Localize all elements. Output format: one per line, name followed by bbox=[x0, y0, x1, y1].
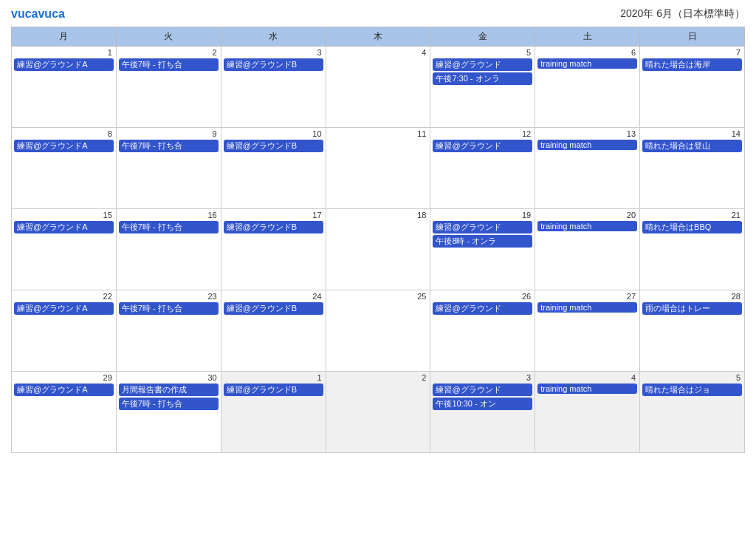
calendar-table: 月火水木金土日 1練習@グラウンドA2午後7時 - 打ち合3練習@グラウンドB4… bbox=[11, 27, 745, 453]
day-number: 29 bbox=[14, 373, 114, 382]
day-cell-1-2[interactable]: 10練習@グラウンドB bbox=[221, 128, 326, 209]
day-number: 22 bbox=[14, 292, 114, 301]
event-badge[interactable]: 練習@グラウンドB bbox=[224, 221, 323, 234]
event-badge[interactable]: 練習@グラウンド bbox=[433, 384, 532, 396]
day-cell-2-0[interactable]: 15練習@グラウンドA bbox=[12, 209, 117, 290]
event-badge[interactable]: 練習@グラウンドA bbox=[14, 140, 114, 152]
day-cell-0-2[interactable]: 3練習@グラウンドB bbox=[221, 47, 326, 128]
day-cell-2-6[interactable]: 21晴れた場合はBBQ bbox=[640, 209, 745, 290]
day-cell-3-3[interactable]: 25 bbox=[326, 290, 430, 372]
day-cell-0-3[interactable]: 4 bbox=[326, 47, 430, 128]
day-cell-1-5[interactable]: 13training match bbox=[535, 128, 640, 209]
day-number: 26 bbox=[433, 292, 532, 301]
event-badge[interactable]: 午後10:30 - オン bbox=[433, 398, 532, 410]
day-cell-3-0[interactable]: 22練習@グラウンドA bbox=[12, 290, 117, 372]
day-cell-4-3[interactable]: 2 bbox=[326, 372, 430, 453]
day-cell-3-5[interactable]: 27training match bbox=[535, 290, 640, 372]
event-badge[interactable]: 練習@グラウンド bbox=[433, 140, 532, 152]
event-badge[interactable]: 午後7時 - 打ち合 bbox=[119, 58, 219, 71]
day-number: 24 bbox=[224, 292, 323, 301]
day-number: 27 bbox=[537, 292, 637, 301]
day-cell-1-1[interactable]: 9午後7時 - 打ち合 bbox=[116, 128, 221, 209]
event-badge[interactable]: 晴れた場合は海岸 bbox=[642, 58, 742, 71]
day-cell-0-4[interactable]: 5練習@グラウンド午後7:30 - オンラ bbox=[430, 47, 535, 128]
day-cell-3-4[interactable]: 26練習@グラウンド bbox=[430, 290, 535, 372]
event-badge[interactable]: training match bbox=[537, 58, 637, 69]
day-cell-0-0[interactable]: 1練習@グラウンドA bbox=[12, 47, 117, 128]
day-cell-2-5[interactable]: 20training match bbox=[535, 209, 640, 290]
day-cell-4-0[interactable]: 29練習@グラウンドA bbox=[12, 372, 117, 453]
event-badge[interactable]: 晴れた場合はジョ bbox=[642, 384, 742, 396]
day-number: 16 bbox=[119, 211, 219, 219]
weekday-日: 日 bbox=[640, 27, 745, 47]
day-cell-2-4[interactable]: 19練習@グラウンド午後8時 - オンラ bbox=[430, 209, 535, 290]
week-row-1: 8練習@グラウンドA9午後7時 - 打ち合10練習@グラウンドB1112練習@グ… bbox=[12, 128, 745, 209]
event-badge[interactable]: 練習@グラウンドA bbox=[14, 302, 114, 315]
week-row-4: 29練習@グラウンドA30月間報告書の作成午後7時 - 打ち合1練習@グラウンド… bbox=[12, 372, 745, 453]
event-badge[interactable]: training match bbox=[537, 302, 637, 313]
day-cell-1-4[interactable]: 12練習@グラウンド bbox=[430, 128, 535, 209]
day-number: 28 bbox=[642, 292, 742, 301]
weekday-header: 月火水木金土日 bbox=[12, 27, 745, 47]
calendar-body: 1練習@グラウンドA2午後7時 - 打ち合3練習@グラウンドB45練習@グラウン… bbox=[12, 47, 745, 453]
day-number: 17 bbox=[224, 211, 323, 219]
day-cell-4-4[interactable]: 3練習@グラウンド午後10:30 - オン bbox=[430, 372, 535, 453]
event-badge[interactable]: 雨の場合はトレー bbox=[642, 302, 742, 315]
day-number: 13 bbox=[537, 129, 637, 138]
event-badge[interactable]: 月間報告書の作成 bbox=[119, 384, 219, 396]
day-number: 2 bbox=[329, 373, 428, 382]
event-badge[interactable]: 練習@グラウンド bbox=[433, 221, 532, 234]
day-number: 6 bbox=[537, 48, 637, 57]
weekday-火: 火 bbox=[116, 27, 221, 47]
event-badge[interactable]: 午後7時 - 打ち合 bbox=[119, 302, 219, 315]
day-cell-1-0[interactable]: 8練習@グラウンドA bbox=[12, 128, 117, 209]
event-badge[interactable]: 練習@グラウンド bbox=[433, 58, 532, 71]
day-number: 5 bbox=[642, 373, 742, 382]
event-badge[interactable]: 練習@グラウンドB bbox=[224, 302, 323, 315]
event-badge[interactable]: 晴れた場合は登山 bbox=[642, 140, 742, 152]
event-badge[interactable]: 午後7時 - 打ち合 bbox=[119, 398, 219, 410]
event-badge[interactable]: training match bbox=[537, 384, 637, 394]
day-cell-3-6[interactable]: 28雨の場合はトレー bbox=[640, 290, 745, 372]
day-cell-4-1[interactable]: 30月間報告書の作成午後7時 - 打ち合 bbox=[116, 372, 221, 453]
day-cell-2-1[interactable]: 16午後7時 - 打ち合 bbox=[116, 209, 221, 290]
day-cell-3-1[interactable]: 23午後7時 - 打ち合 bbox=[116, 290, 221, 372]
day-number: 23 bbox=[119, 292, 219, 301]
event-badge[interactable]: 練習@グラウンドA bbox=[14, 221, 114, 234]
event-badge[interactable]: 午後7:30 - オンラ bbox=[433, 72, 532, 85]
event-badge[interactable]: 練習@グラウンド bbox=[433, 302, 532, 315]
weekday-月: 月 bbox=[12, 27, 117, 47]
day-cell-3-2[interactable]: 24練習@グラウンドB bbox=[221, 290, 326, 372]
day-cell-4-5[interactable]: 4training match bbox=[535, 372, 640, 453]
day-cell-0-1[interactable]: 2午後7時 - 打ち合 bbox=[116, 47, 221, 128]
event-badge[interactable]: training match bbox=[537, 140, 637, 150]
day-cell-0-5[interactable]: 6training match bbox=[535, 47, 640, 128]
day-cell-2-2[interactable]: 17練習@グラウンドB bbox=[221, 209, 326, 290]
day-cell-2-3[interactable]: 18 bbox=[326, 209, 430, 290]
brand-logo: vucavuca bbox=[11, 7, 65, 21]
month-title: 2020年 6月（日本標準時） bbox=[620, 7, 745, 21]
event-badge[interactable]: 練習@グラウンドB bbox=[224, 140, 323, 152]
day-number: 21 bbox=[642, 211, 742, 219]
event-badge[interactable]: 午後8時 - オンラ bbox=[433, 235, 532, 248]
day-number: 15 bbox=[14, 211, 114, 219]
day-cell-1-6[interactable]: 14晴れた場合は登山 bbox=[640, 128, 745, 209]
event-badge[interactable]: 練習@グラウンドA bbox=[14, 384, 114, 396]
event-badge[interactable]: 午後7時 - 打ち合 bbox=[119, 221, 219, 234]
app-container: vucavuca 2020年 6月（日本標準時） 月火水木金土日 1練習@グラウ… bbox=[0, 0, 756, 535]
day-cell-4-6[interactable]: 5晴れた場合はジョ bbox=[640, 372, 745, 453]
event-badge[interactable]: 練習@グラウンドB bbox=[224, 58, 323, 71]
day-number: 14 bbox=[642, 129, 742, 138]
event-badge[interactable]: 午後7時 - 打ち合 bbox=[119, 140, 219, 152]
day-cell-4-2[interactable]: 1練習@グラウンドB bbox=[221, 372, 326, 453]
weekday-金: 金 bbox=[430, 27, 535, 47]
top-bar: vucavuca 2020年 6月（日本標準時） bbox=[11, 7, 745, 21]
event-badge[interactable]: 晴れた場合はBBQ bbox=[642, 221, 742, 234]
event-badge[interactable]: 練習@グラウンドB bbox=[224, 384, 323, 396]
day-cell-0-6[interactable]: 7晴れた場合は海岸 bbox=[640, 47, 745, 128]
event-badge[interactable]: training match bbox=[537, 221, 637, 231]
day-number: 3 bbox=[224, 48, 323, 57]
day-cell-1-3[interactable]: 11 bbox=[326, 128, 430, 209]
day-number: 19 bbox=[433, 211, 532, 219]
event-badge[interactable]: 練習@グラウンドA bbox=[14, 58, 114, 71]
